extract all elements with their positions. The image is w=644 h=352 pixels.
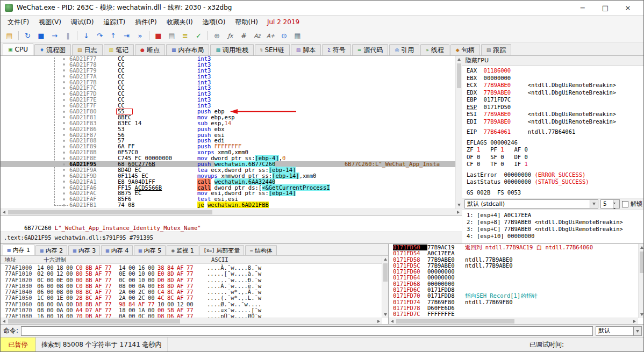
font-icon[interactable]: Az [251,30,263,41]
tab-notes[interactable]: ▥笔记 [104,44,134,55]
menu-item-options[interactable]: 选项(O) [198,16,231,28]
scroll-right-icon[interactable] [633,320,636,323]
argument-count-stepper[interactable]: 5 [600,199,620,209]
breakpoint-gutter[interactable] [1,173,69,179]
register-line[interactable]: EDI 77B9ABE0 <ntdll.DbgUiRemoteBreakin> [467,118,644,126]
stack-row[interactable]: 0171FD5C77B9ABE0ntdll.77B9ABE0 [389,263,638,269]
minimize-button[interactable]: − [571,1,594,15]
register-line[interactable]: EAX 01186000 [467,67,644,75]
dump-tab-watch-1[interactable]: ◉监视 1 [167,245,198,255]
dump-tab-locals[interactable]: [x=]局部变量 [199,245,244,255]
tab-threads[interactable]: »线程 [420,44,449,55]
register-line[interactable]: GS 002B FS 0053 [467,189,644,197]
step-out-icon[interactable]: ↑ [107,30,119,41]
calling-convention-select[interactable]: 默认 (stdcall) [464,199,598,209]
log-icon[interactable]: ▤ [166,30,178,41]
functions-icon[interactable]: ƒx [224,30,237,41]
stack-row[interactable]: 0171FD7CFFFFFFFE [389,311,638,317]
restart-icon[interactable]: ↻ [22,30,34,41]
tab-log[interactable]: ▤日志 [72,44,103,55]
menu-item-file[interactable]: 文件(F) [3,16,34,28]
scroll-up-icon[interactable] [384,258,387,261]
run-icon[interactable]: → [48,30,61,41]
scrollbar-thumb[interactable] [8,319,180,324]
register-line[interactable]: OF 0 SF 0 DF 0 [467,154,644,161]
scroll-down-icon[interactable] [457,204,461,206]
tab-handles[interactable]: ◆句柄 [450,44,480,55]
register-line[interactable]: ESI 77B9ABE0 <ntdll.DbgUiRemoteBreakin> [467,111,644,118]
stack-row[interactable]: 0171FD700171FDD8指向SEH_Record[1]的指针 [389,293,638,299]
breakpoint-gutter[interactable] [1,68,69,74]
disasm-row[interactable]: 6AD21F8653push ebx [1,126,455,132]
dump-tab-struct[interactable]: ≡结构体 [245,245,277,255]
notes-icon[interactable]: ≡ [179,30,191,41]
breakpoint-gutter[interactable] [1,167,69,173]
argument-line[interactable]: 1: [esp+4] A0C17EEA [467,212,644,219]
stack-row[interactable]: 0171FD78D60FE6D6 [389,305,638,311]
appearance-icon[interactable]: A+ [264,30,277,41]
stack-row[interactable]: 0171FD6000000000 [389,269,638,275]
stack-row[interactable]: 0171FD6800000000 [389,281,638,287]
disassembly-vertical-scrollbar[interactable] [455,56,462,209]
close-button[interactable]: × [617,1,639,15]
breakpoint-gutter[interactable] [1,85,69,91]
breakpoint-gutter[interactable] [1,80,69,85]
argument-line[interactable]: 3: [esp+C] 77B9ABE0 <ntdll.DbgUiRemoteBr… [467,226,644,233]
menu-item-debug[interactable]: 调试(D) [66,16,99,28]
dump-vertical-scrollbar[interactable] [382,256,388,318]
tab-cpu[interactable]: ▣CPU [3,43,33,55]
disasm-row[interactable]: 6AD21FB174 08je wechatwin.6AD21FBB [1,202,455,208]
maximize-button[interactable]: □ [594,1,617,15]
settings-icon[interactable]: ⊕ [211,30,223,41]
breakpoint-gutter[interactable] [1,185,69,191]
stack-vertical-scrollbar[interactable] [638,244,644,318]
disasm-row[interactable]: 6AD21F77CCint3 [1,56,455,62]
breakpoint-gutter[interactable] [1,132,69,138]
menu-item-trace[interactable]: 追踪(T) [98,16,130,28]
breakpoint-gutter[interactable] [1,74,69,80]
breakpoints-icon[interactable]: ■ [152,30,164,41]
scroll-up-icon[interactable] [457,58,461,61]
register-line[interactable]: EBP 0171FD7C [467,96,644,104]
menu-item-favourites[interactable]: 收藏夹(I) [162,16,198,28]
run-to-user-code-icon[interactable]: ⇥ [120,30,133,41]
dump-tab-memory-4[interactable]: ▦内存 4 [101,245,133,255]
breakpoint-gutter[interactable] [1,179,69,185]
breakpoint-gutter[interactable] [1,97,69,103]
tab-script[interactable]: ▧脚本 [291,44,321,55]
command-input[interactable] [21,326,593,336]
breakpoint-gutter[interactable] [1,138,69,143]
scroll-down-icon[interactable] [384,313,387,316]
register-line[interactable]: EFLAGS 00000246 [467,139,644,147]
scrollbar-thumb[interactable] [396,319,514,324]
scrollbar-thumb[interactable] [640,252,644,273]
stack-row[interactable]: 0171FD5877B9ABE0ntdll.77B9ABE0 [389,257,638,263]
breakpoint-gutter[interactable] [1,155,69,161]
search-icon[interactable]: ⊙ [278,30,290,41]
disassembly-horizontal-scrollbar[interactable] [1,209,462,215]
disasm-row[interactable]: 6AD21F8383EC 14sub esp,14 [1,120,455,126]
menu-item-help[interactable]: 帮助(H) [230,16,262,28]
argument-line[interactable]: 2: [esp+8] 77B9ABE0 <ntdll.DbgUiRemoteBr… [467,219,644,226]
scroll-up-icon[interactable] [640,246,643,249]
dump-row[interactable]: 77AF101002001200805BAF770E001000E08DAF77… [1,271,382,277]
tab-trace[interactable]: ▨跟踪 [481,44,512,55]
breakpoint-gutter[interactable] [1,91,69,97]
disasm-row[interactable]: 6AD21F78CCint3 [1,62,455,68]
disasm-row[interactable]: 6AD21F7DCCint3 [1,91,455,97]
disasm-row[interactable]: 6AD21F7CCCint3 [1,85,455,91]
step-over-icon[interactable]: ↷ [94,30,106,41]
scroll-down-icon[interactable] [640,313,643,316]
scroll-right-icon[interactable] [377,320,380,323]
register-line[interactable]: LastError 00000000 (ERROR_SUCCESS) [467,171,644,179]
register-line[interactable]: ECX 77B9ABE0 <ntdll.DbgUiRemoteBreakin> [467,82,644,89]
breakpoint-gutter[interactable] [1,149,69,155]
disasm-row[interactable]: 6AD21F8756push esi [1,132,455,138]
argument-line[interactable]: 4: [esp+10] 00000000 [467,233,644,240]
dump-tab-memory-2[interactable]: ▦内存 2 [35,245,67,255]
scroll-right-icon[interactable] [457,211,460,214]
tab-references[interactable]: ◎引用 [389,44,419,55]
tab-call-stack[interactable]: ▩调用堆栈 [210,44,254,55]
register-line[interactable]: EIP 77B64061 ntdll.77B64061 [467,128,644,136]
breakpoint-gutter[interactable] [1,190,69,196]
